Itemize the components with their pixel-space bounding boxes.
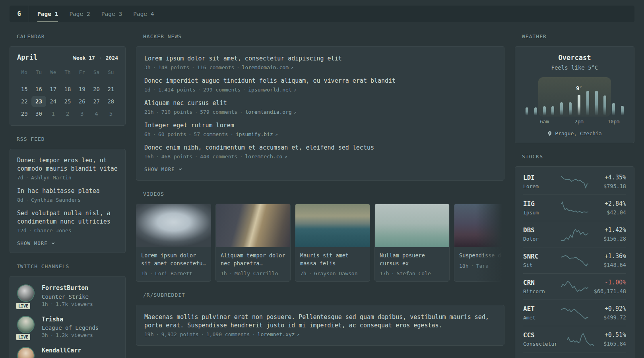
rss-item: Sed volutpat nulla nisl, a condimentum n… xyxy=(17,209,118,233)
source-link[interactable]: loremlandia.org↗ xyxy=(245,109,297,115)
video-title[interactable]: Nullam posuere cursus ex xyxy=(380,252,444,267)
hacker-news-show-more-button[interactable]: SHOW MORE xyxy=(144,166,496,172)
video-thumbnail[interactable] xyxy=(136,204,211,247)
show-more-label: SHOW MORE xyxy=(144,166,175,172)
post-points: 1,414 points xyxy=(158,87,196,93)
video-title[interactable]: Lorem ipsum dolor sit amet consectetu… xyxy=(141,252,206,267)
item-meta: 12d·Chance Jones xyxy=(17,228,118,233)
video-thumbnail[interactable] xyxy=(216,204,290,247)
video-title[interactable]: Aliquam tempor dolor nec pharetra… xyxy=(221,252,285,267)
kendall-avatar-image xyxy=(17,347,35,358)
stock-row-ahs[interactable]: AHS+0.46% xyxy=(523,352,626,358)
stock-row-snrc[interactable]: SNRCSit+1.36%$148.64 xyxy=(523,247,626,273)
rss-item-title[interactable]: Donec tempor eros leo, ut commodo mauris… xyxy=(17,156,118,173)
item-time: 12d xyxy=(17,228,26,233)
video-thumbnail[interactable] xyxy=(375,204,449,247)
stock-change: +0.51% xyxy=(594,331,626,339)
stock-row-ldi[interactable]: LDILorem+4.35%$795.18 xyxy=(523,169,626,195)
rss-show-more-button[interactable]: SHOW MORE xyxy=(17,240,118,246)
video-card: Mauris sit amet massa felis7h·Grayson Da… xyxy=(295,204,370,282)
twitch-channel[interactable]: KendallCarr xyxy=(17,347,118,358)
weather-section: WEATHER Overcast Feels like 5°C 9° 6am2p… xyxy=(515,33,634,143)
channel-name: KendallCarr xyxy=(42,347,81,355)
weekday-label: We xyxy=(46,68,60,77)
stock-sparkline xyxy=(561,227,588,242)
trisha-avatar-image xyxy=(17,316,35,333)
rss-section: RSS FEED Donec tempor eros leo, ut commo… xyxy=(10,136,126,253)
stock-price: $499.72 xyxy=(588,314,626,321)
video-author: Molly Carrillo xyxy=(235,270,278,276)
calendar-month: April xyxy=(17,53,37,61)
hn-post-title[interactable]: Donec imperdiet augue tincidunt felis al… xyxy=(144,77,496,85)
weather-location-row: Prague, Czechia xyxy=(522,130,627,136)
separator: · xyxy=(195,154,198,160)
video-thumbnail[interactable] xyxy=(295,204,370,247)
stock-row-iig[interactable]: IIGIpsum+2.84%$42.04 xyxy=(523,195,626,221)
video-card-body: Aliquam tempor dolor nec pharetra…1h·Mol… xyxy=(216,247,290,281)
hn-post-title[interactable]: Donec enim nibh, condimentum et accumsan… xyxy=(144,144,496,152)
show-more-label: SHOW MORE xyxy=(17,240,48,246)
separator: · xyxy=(153,132,156,137)
hn-post-title[interactable]: Integer eget rutrum lorem xyxy=(144,121,496,130)
stock-values: +0.92%$499.72 xyxy=(588,305,626,321)
separator: · xyxy=(26,175,29,181)
weather-tick-6am: 6am xyxy=(540,119,549,125)
tab-page-4[interactable]: Page 4 xyxy=(133,6,154,22)
sparkline-path xyxy=(561,202,588,212)
video-thumbnail[interactable] xyxy=(454,204,504,247)
rss-item-title[interactable]: Sed volutpat nulla nisl, a condimentum n… xyxy=(17,209,118,226)
subreddit-post: Maecenas mollis pulvinar erat non posuer… xyxy=(144,313,496,337)
separator: · xyxy=(243,87,246,93)
stock-price: $156.28 xyxy=(588,235,626,242)
stock-name: Ipsum xyxy=(523,210,561,216)
videos-carousel: Lorem ipsum dolor sit amet consectetu…1h… xyxy=(136,204,504,282)
separator: · xyxy=(153,87,156,93)
subreddit-post-title[interactable]: Maecenas mollis pulvinar erat non posuer… xyxy=(144,313,496,330)
channel-name: Trisha xyxy=(42,316,99,324)
post-time: 1d xyxy=(144,87,151,93)
tab-page-1[interactable]: Page 1 xyxy=(37,6,58,22)
sparkline-path xyxy=(567,333,594,346)
hn-post-title[interactable]: Aliquam nec cursus elit xyxy=(144,99,496,107)
calendar-day: 30 xyxy=(31,108,46,119)
stock-row-ccs[interactable]: CCSConsectetur+0.51%$165.84 xyxy=(523,326,626,352)
rss-item-title[interactable]: In hac habitasse platea xyxy=(17,187,118,195)
post-comments: 116 comments xyxy=(197,64,234,70)
twitch-channel[interactable]: LIVEForrestBurtonCounter-Strike1h·1.7k v… xyxy=(17,284,118,307)
post-comments: 299 comments xyxy=(203,87,241,93)
source-link[interactable]: loremdomain.com↗ xyxy=(242,64,294,70)
app-logo[interactable]: G xyxy=(10,6,29,22)
item-author: Chance Jones xyxy=(34,228,72,233)
stock-sparkline xyxy=(567,332,594,347)
rss-item: In hac habitasse platea8d·Cynthia Saunde… xyxy=(17,187,118,203)
calendar-day: 26 xyxy=(75,96,89,107)
source-link[interactable]: loremnet.xyz↗ xyxy=(258,331,300,337)
separator: · xyxy=(391,271,394,276)
calendar-day: 27 xyxy=(89,96,103,107)
stock-name: Lorem xyxy=(523,183,561,189)
tab-page-2[interactable]: Page 2 xyxy=(69,6,90,22)
external-link-icon: ↗ xyxy=(291,65,293,70)
video-title[interactable]: Mauris sit amet massa felis xyxy=(300,252,365,267)
source-domain: loremdomain.com xyxy=(242,64,289,70)
tab-page-3[interactable]: Page 3 xyxy=(101,6,122,22)
source-link[interactable]: ipsumworld.net↗ xyxy=(248,87,297,93)
stock-symbol: AET xyxy=(523,305,561,313)
twitch-section: TWITCH CHANNELS LIVEForrestBurtonCounter… xyxy=(10,263,126,358)
item-meta: 3h·1.2k viewers xyxy=(42,332,99,338)
source-link[interactable]: ipsumify.biz↗ xyxy=(236,131,278,137)
stock-sparkline xyxy=(561,305,588,321)
videos-row: Lorem ipsum dolor sit amet consectetu…1h… xyxy=(136,204,504,282)
separator: · xyxy=(231,132,233,137)
stock-row-dbs[interactable]: DBSDolor+1.42%$156.28 xyxy=(523,221,626,247)
hn-post-title[interactable]: Lorem ipsum dolor sit amet, consectetur … xyxy=(144,54,496,63)
stock-row-aet[interactable]: AETAmet+0.92%$499.72 xyxy=(523,300,626,326)
stock-values: +0.51%$165.84 xyxy=(594,331,626,347)
twitch-channel[interactable]: LIVETrishaLeague of Legends3h·1.2k viewe… xyxy=(17,316,118,339)
stock-values: -1.00%$66,171.48 xyxy=(588,279,626,294)
source-link[interactable]: loremtech.co↗ xyxy=(245,154,287,160)
viewer-count: 1.2k viewers xyxy=(56,332,93,338)
nav-tabs: Page 1Page 2Page 3Page 4 xyxy=(29,6,154,22)
video-title[interactable]: Suspendisse diam xyxy=(459,252,504,260)
stock-row-crn[interactable]: CRNBitcorn-1.00%$66,171.48 xyxy=(523,273,626,300)
